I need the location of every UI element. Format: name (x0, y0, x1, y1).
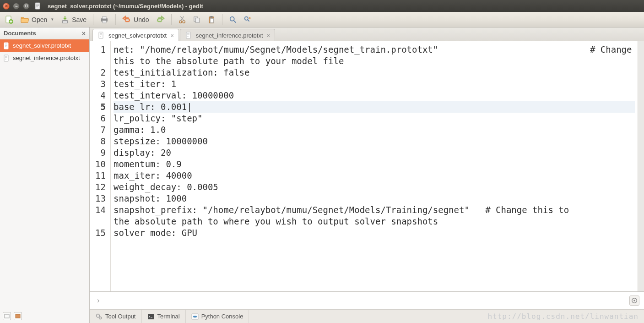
svg-rect-25 (16, 314, 20, 318)
print-icon (100, 15, 109, 24)
copy-icon (193, 16, 201, 24)
svg-rect-15 (210, 16, 212, 17)
sidebar-list: segnet_solver.prototxt segnet_inference.… (0, 39, 89, 309)
svg-rect-18 (4, 43, 8, 49)
terminal-icon (147, 313, 155, 320)
gears-icon (95, 313, 103, 320)
svg-rect-1 (35, 3, 40, 9)
sidebar-item-label: segnet_solver.prototxt (13, 42, 71, 49)
svg-rect-14 (210, 18, 213, 22)
open-folder-icon (20, 15, 29, 24)
open-button[interactable]: Open ▼ (17, 13, 57, 26)
bottom-tab-label: Python Console (201, 313, 244, 320)
toolbar-separator (115, 14, 116, 25)
svg-rect-24 (5, 314, 9, 318)
bottom-left-tray (0, 309, 90, 323)
redo-icon (156, 15, 165, 24)
documents-sidebar: Documents × segnet_solver.prototxt segne… (0, 27, 90, 309)
editor-tabstrip: segnet_solver.prototxt × segnet_inferenc… (90, 27, 644, 41)
paste-icon (207, 16, 216, 24)
watermark-text: http://blog.csdn.net/linwantian (487, 312, 644, 321)
window-title: segnet_solver.prototxt (~/mumu/Segnet/Mo… (48, 3, 203, 10)
main-toolbar: Open ▼ Save Undo (0, 12, 644, 27)
svg-point-10 (182, 20, 184, 22)
find-button[interactable] (226, 13, 240, 26)
sidebar-header[interactable]: Documents × (0, 27, 89, 39)
code-editor[interactable]: net: "/home/relaybot/mumu/Segnet/Models/… (111, 41, 638, 291)
copy-button[interactable] (190, 13, 204, 26)
find-replace-button[interactable] (241, 13, 254, 26)
tray-icon-1[interactable] (3, 312, 11, 320)
bottom-tab-python[interactable]: Python Console (186, 310, 249, 323)
svg-rect-12 (195, 18, 199, 22)
tab-solver[interactable]: segnet_solver.prototxt × (92, 29, 179, 41)
open-label: Open (32, 16, 47, 23)
redo-button[interactable] (153, 13, 168, 26)
undo-label: Undo (134, 16, 149, 23)
svg-point-27 (99, 317, 102, 319)
sidebar-title: Documents (4, 30, 36, 37)
window-maximize-button[interactable] (23, 3, 30, 10)
paste-button[interactable] (205, 13, 218, 26)
find-icon (229, 16, 237, 24)
cut-button[interactable] (175, 13, 189, 26)
svg-rect-21 (186, 32, 190, 38)
tab-label: segnet_solver.prototxt (108, 32, 167, 39)
bottom-bar: Tool Output Terminal Python Console http… (0, 309, 644, 323)
bottom-tab-label: Terminal (157, 313, 180, 320)
save-label: Save (72, 16, 87, 23)
editor-area: segnet_solver.prototxt × segnet_inferenc… (90, 27, 644, 309)
print-button[interactable] (97, 13, 112, 26)
window-minimize-button[interactable] (13, 3, 20, 10)
tray-icon-2[interactable] (14, 312, 22, 320)
search-settings-button[interactable] (629, 296, 639, 306)
save-button[interactable]: Save (58, 13, 89, 26)
svg-rect-8 (103, 21, 106, 23)
python-icon (191, 313, 199, 320)
sidebar-close-icon[interactable]: × (82, 30, 86, 37)
cut-icon (178, 16, 186, 24)
bottom-tab-terminal[interactable]: Terminal (142, 310, 186, 323)
tab-close-icon[interactable]: × (267, 32, 271, 39)
search-arrow-icon[interactable]: › (97, 296, 99, 305)
svg-rect-28 (148, 314, 154, 319)
tab-inference[interactable]: segnet_inference.prototxt × (180, 29, 275, 41)
file-icon (3, 55, 10, 62)
svg-point-9 (179, 20, 181, 22)
file-icon (3, 42, 10, 49)
svg-rect-19 (4, 55, 8, 61)
toolbar-separator (171, 14, 172, 25)
new-file-button[interactable] (2, 13, 16, 26)
sidebar-item-label: segnet_inference.prototxt (13, 55, 80, 61)
vertical-scrollbar[interactable] (638, 41, 644, 291)
sidebar-item-solver[interactable]: segnet_solver.prototxt (0, 39, 89, 52)
line-gutter: 1 234567891011121314 15 (90, 41, 111, 291)
bottom-tab-tool-output[interactable]: Tool Output (90, 310, 142, 323)
search-bar: › (90, 292, 644, 309)
svg-rect-20 (99, 32, 103, 38)
bottom-panel-tabs: Tool Output Terminal Python Console http… (90, 309, 644, 323)
window-titlebar: segnet_solver.prototxt (~/mumu/Segnet/Mo… (0, 0, 644, 12)
svg-rect-0 (25, 5, 27, 7)
svg-rect-7 (103, 16, 106, 19)
new-file-icon (5, 15, 14, 24)
svg-rect-5 (63, 21, 67, 23)
file-icon (185, 32, 192, 39)
tab-label: segnet_inference.prototxt (196, 32, 263, 39)
bottom-tab-label: Tool Output (105, 313, 136, 320)
tab-close-icon[interactable]: × (170, 32, 174, 39)
target-icon (631, 297, 638, 304)
toolbar-separator (93, 14, 93, 25)
find-replace-icon (244, 16, 252, 24)
svg-point-17 (244, 16, 248, 20)
file-icon (97, 32, 105, 39)
sidebar-item-inference[interactable]: segnet_inference.prototxt (0, 52, 89, 64)
undo-button[interactable]: Undo (119, 13, 152, 26)
svg-point-16 (230, 16, 234, 21)
svg-point-23 (633, 300, 635, 301)
undo-icon (122, 15, 131, 24)
app-icon (34, 2, 42, 10)
window-close-button[interactable] (3, 3, 10, 10)
open-dropdown-icon[interactable]: ▼ (50, 17, 54, 22)
toolbar-separator (222, 14, 222, 25)
